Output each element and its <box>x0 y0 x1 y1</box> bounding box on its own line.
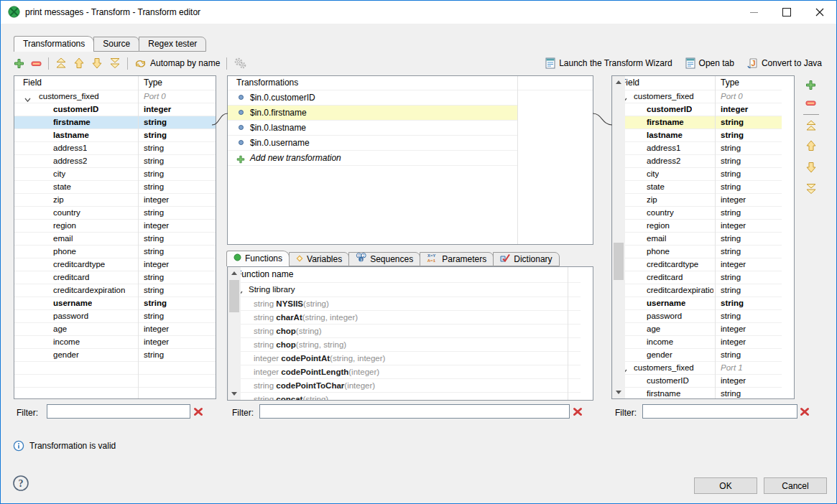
field-row[interactable]: citystring <box>612 168 782 181</box>
cancel-button[interactable]: Cancel <box>764 477 827 494</box>
move-field-up-button[interactable] <box>805 140 817 154</box>
field-row[interactable]: firstnamestring <box>612 116 782 129</box>
tab-regex-tester[interactable]: Regex tester <box>139 37 206 52</box>
field-row[interactable]: creditcardstring <box>612 271 782 284</box>
function-row[interactable]: string charAt(string, integer) <box>228 311 581 325</box>
function-row[interactable]: integer codePointAt(string, integer) <box>228 352 581 365</box>
transformation-settings-button[interactable] <box>233 57 246 69</box>
field-row[interactable]: statestring <box>612 181 782 194</box>
tab-source[interactable]: Source <box>93 37 139 52</box>
field-row[interactable]: phonestring <box>612 246 782 258</box>
field-row[interactable]: lastnamestring <box>612 129 782 142</box>
minimize-button[interactable] <box>737 1 770 24</box>
scroll-down-icon[interactable] <box>613 386 624 398</box>
field-row[interactable]: incomeinteger <box>14 336 216 349</box>
scroll-up-icon[interactable] <box>613 76 624 88</box>
field-row[interactable]: passwordstring <box>612 310 782 323</box>
field-row[interactable]: zipinteger <box>14 194 216 207</box>
field-row[interactable]: creditcardstring <box>14 271 216 284</box>
field-row[interactable]: lastnamestring <box>14 129 216 142</box>
remove-transformation-button[interactable] <box>31 58 42 69</box>
scroll-down-icon[interactable] <box>228 388 240 400</box>
output-filter-field[interactable] <box>642 404 797 419</box>
field-row[interactable]: usernamestring <box>612 297 782 310</box>
help-button[interactable]: ? <box>12 475 29 494</box>
tab-dictionary[interactable]: Dictionary <box>493 252 559 266</box>
function-row[interactable]: string chop(string) <box>228 325 581 338</box>
functions-filter-field[interactable] <box>259 404 570 419</box>
transformation-row[interactable]: $in.0.lastname <box>228 121 517 136</box>
field-row[interactable]: creditcardtypeinteger <box>612 258 782 271</box>
field-row[interactable]: genderstring <box>612 349 782 362</box>
transformation-row[interactable]: $in.0.username <box>228 136 517 151</box>
field-row[interactable]: regioninteger <box>612 220 782 233</box>
move-field-down-button[interactable] <box>805 162 817 175</box>
field-row[interactable]: incomeinteger <box>612 336 782 349</box>
add-field-button[interactable] <box>805 80 816 93</box>
chevron-down-icon[interactable] <box>24 98 31 103</box>
input-filter-field[interactable] <box>47 404 190 419</box>
field-row[interactable]: phonestring <box>14 246 216 258</box>
record-group-row[interactable]: customers_fixedPort 0 <box>612 90 782 103</box>
field-row[interactable]: address2string <box>612 155 782 168</box>
record-group-row[interactable]: customers_fixedPort 1 <box>612 362 782 375</box>
move-top-button[interactable] <box>55 57 67 69</box>
move-bottom-button[interactable] <box>109 57 121 69</box>
field-row[interactable]: countrystring <box>14 207 216 220</box>
field-row[interactable]: passwordstring <box>14 310 216 323</box>
field-row[interactable]: firstnamestring <box>612 388 782 398</box>
transformation-row[interactable]: $in.0.firstname <box>228 106 517 121</box>
tab-variables[interactable]: Variables <box>289 252 349 266</box>
field-row[interactable]: customerIDinteger <box>612 375 782 388</box>
functions-scrollbar[interactable] <box>228 267 241 400</box>
open-tab-button[interactable]: Open tab <box>685 57 734 69</box>
tab-parameters[interactable]: X=YA=1Parameters <box>420 252 494 266</box>
function-row[interactable]: integer codePointLength(integer) <box>228 365 581 379</box>
remove-field-button[interactable] <box>805 98 816 111</box>
field-row[interactable]: ageinteger <box>14 323 216 336</box>
move-up-button[interactable] <box>73 57 85 69</box>
convert-to-java-button[interactable]: J Convert to Java <box>747 57 822 69</box>
output-scrollbar[interactable] <box>612 76 625 398</box>
transformation-row[interactable]: $in.0.customerID <box>228 90 517 106</box>
field-row[interactable]: address1string <box>14 142 216 155</box>
functions-filter-clear-button[interactable] <box>573 407 583 419</box>
field-row[interactable]: regioninteger <box>14 220 216 233</box>
move-field-bottom-button[interactable] <box>805 183 817 197</box>
scrollbar-thumb[interactable] <box>229 280 239 312</box>
field-row[interactable]: emailstring <box>14 233 216 246</box>
field-row[interactable]: zipinteger <box>612 194 782 207</box>
output-filter-clear-button[interactable] <box>800 407 810 419</box>
function-library-group[interactable]: String library <box>228 283 581 297</box>
input-filter-clear-button[interactable] <box>193 407 203 419</box>
field-row[interactable]: emailstring <box>612 233 782 246</box>
add-transformation-button[interactable] <box>14 58 24 69</box>
field-row[interactable]: citystring <box>14 168 216 181</box>
field-row[interactable]: address1string <box>612 142 782 155</box>
field-row[interactable]: countrystring <box>612 207 782 220</box>
tab-sequences[interactable]: 023Sequences <box>348 252 420 266</box>
field-row[interactable]: customerIDinteger <box>612 103 782 116</box>
automap-button[interactable]: Automap by name <box>134 58 220 69</box>
function-row[interactable]: string chop(string, string) <box>228 338 581 352</box>
field-row[interactable]: usernamestring <box>14 297 216 310</box>
field-row[interactable]: address2string <box>14 155 216 168</box>
function-row[interactable]: string concat(string) <box>228 393 581 400</box>
launch-wizard-button[interactable]: Launch the Transform Wizard <box>545 57 672 69</box>
record-group-row[interactable]: customers_fixedPort 0 <box>14 90 216 103</box>
field-row[interactable]: statestring <box>14 181 216 194</box>
field-row[interactable]: creditcardtypeinteger <box>14 258 216 271</box>
tab-transformations[interactable]: Transformations <box>14 36 94 52</box>
move-field-top-button[interactable] <box>805 120 817 134</box>
field-row[interactable]: genderstring <box>14 349 216 362</box>
add-new-transformation-row[interactable]: Add new transformation <box>228 151 517 166</box>
scrollbar-thumb[interactable] <box>614 243 624 280</box>
field-row[interactable]: firstnamestring <box>14 116 216 129</box>
function-row[interactable]: string NYSIIS(string) <box>228 297 581 311</box>
function-row[interactable]: string codePointToChar(integer) <box>228 379 581 393</box>
move-down-button[interactable] <box>91 57 103 69</box>
ok-button[interactable]: OK <box>694 477 757 494</box>
field-row[interactable]: creditcardexpirationstring <box>612 284 782 297</box>
tab-functions[interactable]: Functions <box>226 251 290 266</box>
field-row[interactable]: customerIDinteger <box>14 103 216 116</box>
